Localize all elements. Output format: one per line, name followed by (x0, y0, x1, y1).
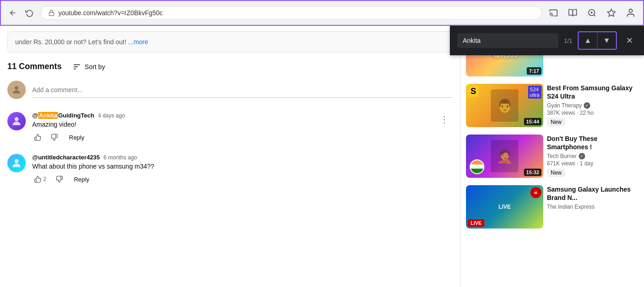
view-count-2: 387K views (547, 110, 575, 116)
find-next-button[interactable]: ▼ (598, 32, 616, 49)
thumbnail-3: 🤦 15:32 (466, 135, 543, 178)
video-info-2: Best From Samsung Galaxy S24 Ultra Gyan … (547, 84, 638, 127)
username-highlight: Ankita (38, 112, 58, 119)
video-title-4: Samsung Galaxy Launches Brand N... (547, 185, 638, 202)
comments-header: 11 Comments Sort by (7, 62, 453, 71)
user-avatar (7, 81, 26, 99)
more-link[interactable]: ...more (128, 38, 149, 46)
channel-name-2: Gyan Therapy (547, 102, 582, 109)
channel-name-4: The Indian Express (547, 204, 594, 210)
comment-header-2: @untitledcharacter4235 6 months ago (32, 154, 453, 161)
sort-by-button[interactable]: Sort by (73, 63, 105, 71)
comments-count: 11 Comments (7, 62, 62, 71)
like-button-2[interactable]: 2 (32, 174, 48, 185)
back-button[interactable] (6, 6, 19, 19)
dislike-button-1[interactable] (49, 132, 60, 143)
url-text: youtube.com/watch?v=rZ0BkvFg50c (58, 9, 163, 17)
svg-rect-0 (49, 12, 54, 15)
description-text: under Rs. 20,000 or not? Let's find out! (15, 38, 126, 46)
find-input[interactable] (457, 33, 558, 48)
thumb-person-3: 🤦 (491, 140, 518, 172)
sidebar: ₹17,999 7:17 Perfect Gadget ✓ 134K views… (460, 26, 644, 287)
comment-time-2: 6 months ago (104, 154, 137, 161)
lock-icon (48, 10, 55, 16)
browser-nav (6, 6, 36, 19)
new-badge-2: New (547, 118, 565, 126)
verified-icon-2: ✓ (584, 102, 590, 109)
live-badge: LIVE (468, 219, 484, 227)
dislike-button-2[interactable] (54, 174, 65, 185)
browser-actions (546, 6, 638, 20)
like-button-1[interactable] (32, 132, 43, 143)
video-info-4: Samsung Galaxy Launches Brand N... The I… (547, 185, 638, 228)
svg-point-11 (15, 86, 18, 90)
comment-header-1: @AnkitaGuidingTech 4 days ago (32, 112, 430, 119)
comments-section: 11 Comments Sort by (0, 58, 460, 199)
comment-time-1: 4 days ago (98, 112, 125, 119)
comment-text-2: What about this phone vs samsung m34?? (32, 163, 453, 170)
comment-username-2: @untitledcharacter4235 (32, 154, 100, 161)
comment-username-1: @AnkitaGuidingTech (32, 112, 94, 119)
sort-by-label: Sort by (85, 63, 105, 70)
svg-line-3 (594, 15, 596, 17)
main-area: under Rs. 20,000 or not? Let's find out!… (0, 26, 460, 287)
india-flag (470, 159, 484, 174)
find-prev-button[interactable]: ▲ (579, 32, 597, 49)
like-count-2: 2 (43, 176, 46, 182)
reader-button[interactable] (566, 6, 580, 20)
comment-item: @AnkitaGuidingTech 4 days ago Amazing vi… (7, 112, 453, 143)
zoom-button[interactable] (585, 6, 599, 20)
comment-text-1: Amazing video! (32, 121, 430, 128)
sidebar-video-4[interactable]: LIVE LIVE IE Samsung Galaxy Launches Bra… (460, 182, 644, 232)
svg-marker-6 (608, 9, 615, 17)
reply-button-2[interactable]: Reply (70, 174, 93, 185)
thumbnail-2: 👨 S S24ultra 15:44 (466, 84, 543, 127)
video-meta-2: 387K views · 22 ho (547, 110, 638, 116)
video-age-2: 22 ho (580, 110, 593, 116)
sidebar-video-2[interactable]: 👨 S S24ultra 15:44 Best From Samsung Gal… (460, 80, 644, 131)
reply-button-1[interactable]: Reply (65, 132, 88, 143)
view-count-3: 671K views (547, 160, 575, 167)
commenter-avatar-1 (7, 112, 26, 130)
find-count: 1/1 (564, 37, 572, 44)
thumb-person-2: 👨 (491, 89, 518, 122)
video-age-3: 1 day (580, 160, 593, 167)
comment-more-options-1[interactable]: ⋮ (436, 112, 453, 143)
commenter-avatar-2 (7, 154, 26, 172)
find-close-button[interactable]: ✕ (622, 34, 637, 47)
page-content: under Rs. 20,000 or not? Let's find out!… (0, 26, 644, 287)
verified-icon-3: ✓ (579, 153, 585, 159)
comment-actions-2: 2 Reply (32, 174, 453, 185)
comment-actions-1: Reply (32, 132, 430, 143)
video-title-3: Don't Buy These Smartphones ! (547, 135, 638, 151)
add-comment-row (7, 81, 453, 99)
video-channel-4: The Indian Express (547, 204, 638, 210)
video-meta-3: 671K views · 1 day (547, 160, 638, 167)
thumbnail-4: LIVE LIVE IE (466, 185, 543, 228)
find-bar: 1/1 ▲ ▼ ✕ (450, 26, 644, 55)
sort-icon (73, 63, 81, 71)
comment-item-2: @untitledcharacter4235 6 months ago What… (7, 154, 453, 185)
duration-badge-2: 15:44 (524, 118, 541, 125)
comment-body-2: @untitledcharacter4235 6 months ago What… (32, 154, 453, 185)
cast-button[interactable] (546, 6, 560, 20)
channel-name-3: Tech Burner (547, 153, 577, 159)
bookmark-button[interactable] (604, 6, 618, 20)
new-badge-3: New (547, 169, 565, 177)
svg-point-12 (15, 117, 19, 121)
video-info-3: Don't Buy These Smartphones ! Tech Burne… (547, 135, 638, 178)
find-navigation: ▲ ▼ (578, 31, 617, 50)
sidebar-video-3[interactable]: 🤦 15:32 Don't Buy These Smartphones ! Te… (460, 131, 644, 182)
refresh-button[interactable] (23, 6, 36, 19)
description-bar: under Rs. 20,000 or not? Let's find out!… (7, 31, 453, 53)
video-channel-2: Gyan Therapy ✓ (547, 102, 638, 109)
svg-point-13 (15, 159, 19, 163)
video-channel-3: Tech Burner ✓ (547, 153, 638, 159)
comment-body-1: @AnkitaGuidingTech 4 days ago Amazing vi… (32, 112, 430, 143)
comment-input[interactable] (32, 82, 453, 98)
profile-button[interactable] (624, 6, 638, 20)
live-indicator: IE (530, 187, 541, 198)
duration-badge-3: 15:32 (524, 169, 541, 176)
video-title-2: Best From Samsung Galaxy S24 Ultra (547, 84, 638, 100)
address-bar[interactable]: youtube.com/watch?v=rZ0BkvFg50c (40, 6, 542, 20)
